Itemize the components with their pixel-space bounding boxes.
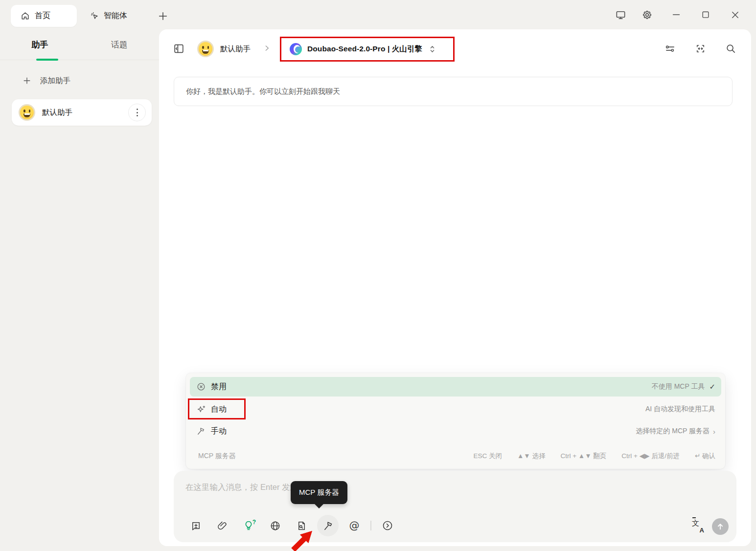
titlebar: 首页 智能体 xyxy=(0,0,756,29)
mcp-footer-title: MCP 服务器 xyxy=(198,452,236,461)
active-tab-underline xyxy=(36,59,58,61)
home-icon xyxy=(21,11,30,21)
new-topic-icon xyxy=(190,520,202,531)
assistant-greeting: 你好，我是默认助手。你可以立刻开始跟我聊天 xyxy=(174,77,733,106)
greeting-text: 你好，我是默认助手。你可以立刻开始跟我聊天 xyxy=(186,87,340,96)
send-button[interactable] xyxy=(712,518,729,535)
globe-icon xyxy=(270,520,281,531)
sparkle-icon xyxy=(196,404,206,415)
mcp-dropdown-footer: MCP 服务器 ESC 关闭 ▲▼ 选择 Ctrl + ▲▼ 翻页 Ctrl +… xyxy=(186,443,725,469)
new-tab-button[interactable] xyxy=(157,10,169,22)
chevron-updown-icon xyxy=(429,45,436,53)
hammer-icon xyxy=(322,520,334,531)
add-assistant-button[interactable]: 添加助手 xyxy=(22,72,70,89)
mention-button[interactable]: @ xyxy=(341,515,367,536)
new-topic-button[interactable] xyxy=(183,515,209,536)
plus-icon xyxy=(22,76,32,86)
assistant-avatar xyxy=(19,104,35,121)
translate-icon[interactable]: 文 A xyxy=(692,520,705,533)
thinking-button[interactable]: ? xyxy=(235,515,262,536)
expand-width-icon[interactable] xyxy=(695,43,706,54)
expand-toolbar-button[interactable] xyxy=(374,515,401,536)
tab-home-label: 首页 xyxy=(35,11,50,21)
tab-topics-label: 话题 xyxy=(111,39,128,50)
toolbar-divider xyxy=(370,521,371,530)
chevron-right-icon xyxy=(263,44,271,52)
sidebar: 助手 话题 添加助手 默认助手 xyxy=(0,29,159,551)
tab-agents-label: 智能体 xyxy=(104,11,127,21)
question-badge: ? xyxy=(252,519,256,526)
mcp-option-label: 自动 xyxy=(211,404,227,415)
add-assistant-label: 添加助手 xyxy=(40,76,70,86)
sidebar-tabs-divider xyxy=(0,60,159,60)
shortcut-select: ▲▼ 选择 xyxy=(517,452,545,461)
composer-right-actions: 文 A xyxy=(692,518,729,535)
attachment-button[interactable] xyxy=(209,515,235,536)
tab-agents[interactable]: 智能体 xyxy=(83,5,134,27)
tab-assistants[interactable]: 助手 xyxy=(0,29,80,60)
minimize-button[interactable] xyxy=(665,3,687,26)
hammer-icon xyxy=(196,426,206,436)
close-button[interactable] xyxy=(724,3,746,26)
mcp-dropdown: 禁用 不使用 MCP 工具 ✓ 自动 AI 自动发现和使用工具 手动 选择特定的… xyxy=(186,373,725,469)
annotation-arrow-cursor xyxy=(282,528,320,551)
settings-gear-icon[interactable] xyxy=(636,3,658,26)
shortcut-backforward: Ctrl + ◀▶ 后退/前进 xyxy=(621,452,680,461)
tab-topics[interactable]: 话题 xyxy=(80,29,160,60)
chat-panel: 默认助手 Doubao-Seed-2.0-Pro | 火山引擎 你好，我是默认助… xyxy=(159,29,751,546)
agents-icon xyxy=(90,11,99,21)
arrow-up-icon xyxy=(716,522,725,531)
mcp-option-auto[interactable]: 自动 AI 自动发现和使用工具 xyxy=(190,399,721,419)
assistant-avatar xyxy=(197,41,214,57)
shortcut-page: Ctrl + ▲▼ 翻页 xyxy=(560,452,606,461)
mcp-option-hint: 不使用 MCP 工具 xyxy=(652,382,705,391)
mcp-option-hint: AI 自动发现和使用工具 xyxy=(645,405,715,414)
mcp-option-label: 手动 xyxy=(211,426,227,437)
smiley-emoji-icon xyxy=(20,106,34,119)
tab-assistants-label: 助手 xyxy=(31,39,48,50)
at-icon: @ xyxy=(349,520,360,531)
circle-chevron-right-icon xyxy=(382,520,393,531)
sidebar-tabs: 助手 话题 xyxy=(0,29,159,60)
input-placeholder: 在这里输入消息，按 Enter 发送 xyxy=(185,482,298,493)
shortcut-esc: ESC 关闭 xyxy=(473,452,502,461)
chat-header: 默认助手 Doubao-Seed-2.0-Pro | 火山引擎 xyxy=(159,29,751,68)
paperclip-icon xyxy=(217,520,228,531)
model-settings-icon[interactable] xyxy=(664,43,676,54)
mcp-option-disable[interactable]: 禁用 不使用 MCP 工具 ✓ xyxy=(190,377,721,397)
tab-home[interactable]: 首页 xyxy=(11,5,77,27)
shortcut-confirm: ↵ 确认 xyxy=(695,452,715,461)
doubao-logo-icon xyxy=(290,43,302,55)
message-input-box[interactable]: 在这里输入消息，按 Enter 发送 MCP 服务器 ? xyxy=(174,471,736,542)
assistant-name: 默认助手 xyxy=(42,108,128,118)
display-mode-icon[interactable] xyxy=(609,3,632,26)
check-icon: ✓ xyxy=(709,382,715,391)
mcp-tooltip: MCP 服务器 xyxy=(291,481,347,504)
mcp-option-hint: 选择特定的 MCP 服务器 xyxy=(636,427,710,436)
mcp-tooltip-label: MCP 服务器 xyxy=(299,488,339,497)
header-actions xyxy=(664,43,736,54)
window-controls xyxy=(609,0,746,29)
circle-x-icon xyxy=(196,382,206,392)
assistant-menu-button[interactable] xyxy=(128,104,146,121)
header-assistant-name[interactable]: 默认助手 xyxy=(220,44,251,54)
model-selector[interactable]: Doubao-Seed-2.0-Pro | 火山引擎 xyxy=(280,37,455,62)
search-icon[interactable] xyxy=(725,43,736,54)
model-selector-label: Doubao-Seed-2.0-Pro | 火山引擎 xyxy=(307,44,422,54)
chevron-right-icon: › xyxy=(713,427,715,436)
sidebar-collapse-icon[interactable] xyxy=(173,43,185,55)
maximize-button[interactable] xyxy=(694,3,717,26)
mcp-option-label: 禁用 xyxy=(211,382,227,392)
smiley-emoji-icon xyxy=(199,42,212,56)
mcp-option-manual[interactable]: 手动 选择特定的 MCP 服务器 › xyxy=(190,421,721,441)
assistant-list-item[interactable]: 默认助手 xyxy=(12,99,152,126)
